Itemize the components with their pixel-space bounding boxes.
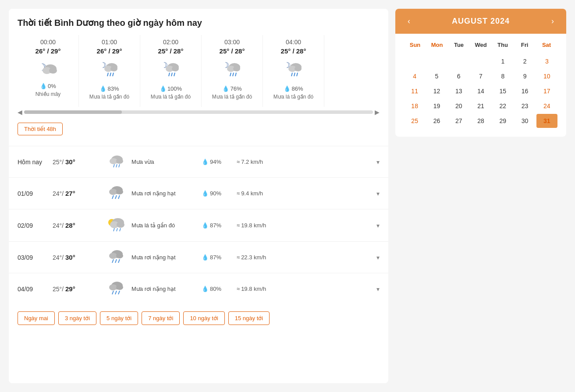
scroll-thumb bbox=[24, 110, 122, 114]
btn-7days[interactable]: 7 ngày tới bbox=[142, 311, 180, 325]
cal-dayname-mon: Mon bbox=[426, 39, 448, 51]
daily-desc-0: Mưa vừa bbox=[131, 159, 202, 165]
svg-point-3 bbox=[49, 67, 57, 74]
daily-chevron-4[interactable]: ▾ bbox=[376, 286, 380, 293]
cal-day-1[interactable]: 1 bbox=[492, 54, 513, 68]
cal-day-4[interactable]: 4 bbox=[404, 69, 425, 83]
svg-line-10 bbox=[113, 73, 114, 76]
daily-icon-3 bbox=[101, 248, 131, 267]
cal-dayname-wed: Wed bbox=[470, 39, 492, 51]
daily-chevron-2[interactable]: ▾ bbox=[376, 222, 380, 229]
cal-day-6[interactable]: 6 bbox=[448, 69, 469, 83]
cal-day-10[interactable]: 10 bbox=[536, 69, 557, 83]
cal-day-28[interactable]: 28 bbox=[470, 114, 491, 128]
scroll-track[interactable] bbox=[24, 110, 373, 114]
hourly-temp-1: 26° / 29° bbox=[88, 47, 131, 55]
svg-line-56 bbox=[118, 259, 120, 263]
btn-5days[interactable]: 5 ngày tới bbox=[100, 311, 138, 325]
scroll-right-arrow[interactable]: ▶ bbox=[375, 109, 380, 116]
cal-day-24[interactable]: 24 bbox=[536, 99, 557, 113]
daily-desc-4: Mưa rơi nặng hạt bbox=[131, 286, 202, 292]
cal-day-31[interactable]: 31 bbox=[536, 114, 557, 128]
cal-day-29[interactable]: 29 bbox=[492, 114, 513, 128]
svg-line-30 bbox=[294, 73, 295, 76]
cal-day-27[interactable]: 27 bbox=[448, 114, 469, 128]
cal-day-13[interactable]: 13 bbox=[448, 84, 469, 98]
btn-48h[interactable]: Thời tiết 48h bbox=[18, 123, 63, 135]
btn-3days[interactable]: 3 ngày tới bbox=[58, 311, 96, 325]
cal-empty bbox=[426, 54, 447, 68]
left-panel: Thời tiết Bình Dương theo giờ ngày hôm n… bbox=[9, 9, 388, 383]
daily-wind-4: ≈19.8 km/h bbox=[237, 286, 376, 292]
cal-day-2[interactable]: 2 bbox=[514, 54, 535, 68]
svg-point-53 bbox=[116, 253, 123, 258]
hourly-rain-3: 💧76% bbox=[210, 85, 254, 92]
hourly-scroll[interactable]: 00:00 26° / 29° ☽ 💧0% Nhiều mây bbox=[9, 35, 388, 107]
daily-date-3: 03/09 bbox=[18, 254, 53, 261]
hourly-card-0: 00:00 26° / 29° ☽ 💧0% Nhiều mây bbox=[18, 35, 79, 107]
daily-wind-3: ≈22.3 km/h bbox=[237, 254, 376, 261]
hourly-rain-4: 💧86% bbox=[272, 85, 315, 92]
svg-line-8 bbox=[107, 73, 108, 76]
cal-day-18[interactable]: 18 bbox=[404, 99, 425, 113]
cal-day-16[interactable]: 16 bbox=[514, 84, 535, 98]
cal-month-year: AUGUST 2024 bbox=[452, 17, 510, 26]
daily-row-1: 01/09 24°/ 27° Mưa rơi nặng hạt 💧90% bbox=[9, 177, 388, 209]
cal-day-26[interactable]: 26 bbox=[426, 114, 447, 128]
cal-day-12[interactable]: 12 bbox=[426, 84, 447, 98]
hourly-time-4: 04:00 bbox=[272, 39, 315, 46]
daily-chevron-1[interactable]: ▾ bbox=[376, 190, 380, 197]
cal-day-7[interactable]: 7 bbox=[470, 69, 491, 83]
cal-day-30[interactable]: 30 bbox=[514, 114, 535, 128]
daily-rain-0: 💧94% bbox=[202, 159, 237, 165]
cal-prev-button[interactable]: ‹ bbox=[404, 16, 414, 27]
scroll-left-arrow[interactable]: ◀ bbox=[18, 109, 22, 116]
daily-row-3: 03/09 24°/ 30° Mưa rơi nặng hạt 💧87% bbox=[9, 241, 388, 273]
btn-15days[interactable]: 15 ngày tới bbox=[228, 311, 270, 325]
cal-day-5[interactable]: 5 bbox=[426, 69, 447, 83]
hourly-rain-1: 💧83% bbox=[88, 85, 131, 92]
cal-day-23[interactable]: 23 bbox=[514, 99, 535, 113]
svg-line-41 bbox=[112, 195, 114, 199]
hourly-row: 00:00 26° / 29° ☽ 💧0% Nhiều mây bbox=[18, 35, 380, 107]
cal-day-22[interactable]: 22 bbox=[492, 99, 513, 113]
svg-line-61 bbox=[115, 291, 117, 294]
cal-day-8[interactable]: 8 bbox=[492, 69, 513, 83]
cal-day-14[interactable]: 14 bbox=[470, 84, 491, 98]
hourly-icon-0: ☽ bbox=[26, 58, 70, 80]
cal-day-15[interactable]: 15 bbox=[492, 84, 513, 98]
svg-line-24 bbox=[235, 73, 236, 76]
cal-day-11[interactable]: 11 bbox=[404, 84, 425, 98]
daily-chevron-0[interactable]: ▾ bbox=[376, 159, 380, 166]
hourly-icon-3: ☽ bbox=[210, 58, 254, 83]
svg-line-50 bbox=[120, 228, 121, 231]
hourly-rain-0: 💧0% bbox=[26, 83, 70, 89]
cal-day-25[interactable]: 25 bbox=[404, 114, 425, 128]
cal-day-19[interactable]: 19 bbox=[426, 99, 447, 113]
cal-dayname-sat: Sat bbox=[536, 39, 557, 51]
cal-next-button[interactable]: › bbox=[548, 16, 557, 27]
cal-dayname-sun: Sun bbox=[404, 39, 426, 51]
daily-wind-0: ≈7.2 km/h bbox=[237, 159, 376, 165]
cal-day-9[interactable]: 9 bbox=[514, 69, 535, 83]
svg-line-54 bbox=[112, 259, 114, 263]
svg-line-60 bbox=[112, 291, 114, 294]
cal-day-17[interactable]: 17 bbox=[536, 84, 557, 98]
cal-day-21[interactable]: 21 bbox=[470, 99, 491, 113]
daily-rain-3: 💧87% bbox=[202, 254, 237, 261]
scrollbar-row: ◀ ▶ bbox=[9, 107, 388, 119]
btn-tomorrow[interactable]: Ngày mai bbox=[18, 311, 55, 325]
cal-empty bbox=[448, 54, 469, 68]
svg-line-15 bbox=[169, 73, 170, 76]
btn-10days[interactable]: 10 ngày tới bbox=[183, 311, 224, 325]
cal-day-20[interactable]: 20 bbox=[448, 99, 469, 113]
daily-temp-4: 25°/ 29° bbox=[53, 285, 101, 293]
hourly-time-0: 00:00 bbox=[26, 39, 70, 46]
calendar-body: Sun Mon Tue Wed Thu Fri Sat 123456789101… bbox=[395, 34, 566, 137]
daily-chevron-3[interactable]: ▾ bbox=[376, 254, 380, 261]
daily-row-0: Hôm nay 25°/ 30° Mưa vừa 💧94% ≈7.2 k bbox=[9, 146, 388, 177]
calendar-header: ‹ AUGUST 2024 › bbox=[395, 9, 566, 34]
cal-day-3[interactable]: 3 bbox=[536, 54, 557, 68]
daily-date-0: Hôm nay bbox=[18, 159, 53, 166]
daily-temp-0: 25°/ 30° bbox=[53, 158, 101, 166]
